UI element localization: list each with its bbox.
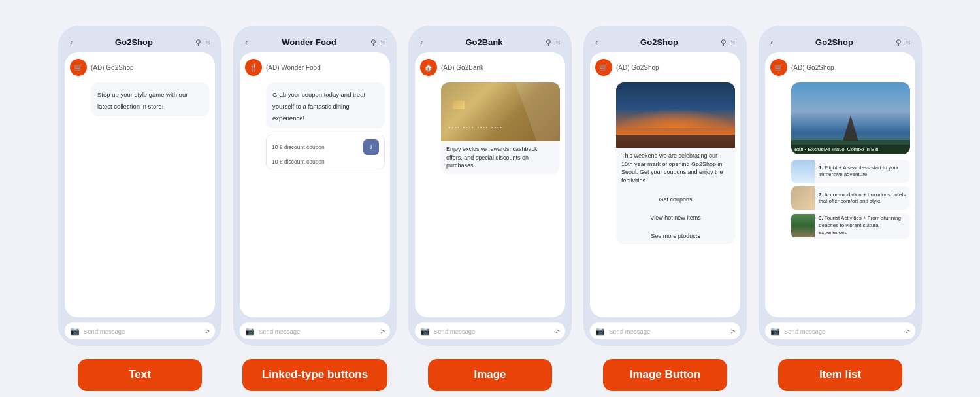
search-icon-5[interactable]: ⚲ [896,38,902,47]
send-icon-5[interactable]: > [906,327,910,335]
message-input-4[interactable]: Send message [609,328,727,335]
phone-header-3: ‹ Go2Bank ⚲ ≡ [415,35,565,52]
search-icon-1[interactable]: ⚲ [195,38,201,47]
phone-body-1: 🛒 (AD) Go2Shop Step up your style game w… [65,52,215,317]
item-text-1: 1. Flight + A seamless start to your imm… [819,163,910,181]
header-icons-2: ⚲ ≡ [370,38,385,47]
message-input-5[interactable]: Send message [784,328,902,335]
menu-icon-5[interactable]: ≡ [906,38,910,47]
item-text-3: 3. Tourist Activities + From stunning be… [819,213,910,238]
phone-footer-4[interactable]: 📷 Send message > [590,322,740,339]
phone-frame-image-button: ‹ Go2Shop ⚲ ≡ 🛒 (AD) Go2Shop [583,26,747,346]
header-icons-4: ⚲ ≡ [721,38,735,47]
item-number-3: 3. [819,215,823,221]
menu-icon-4[interactable]: ≡ [730,38,735,47]
credit-card-image: •••• •••• •••• •••• [441,82,560,141]
item-number-1: 1. [819,165,823,171]
ad-label-3: (AD) Go2Bank [441,64,483,71]
coupon-text-2: 10 € discount coupon [272,158,325,165]
label-button-linked[interactable]: Linked-type buttons [242,359,387,390]
coupon-text-1: 10 € discount coupon [272,144,325,150]
phone-header-5: ‹ Go2Shop ⚲ ≡ [765,35,915,52]
menu-icon-1[interactable]: ≡ [205,38,210,47]
search-icon-2[interactable]: ⚲ [370,38,376,47]
phone-frame-linked: ‹ Wonder Food ⚲ ≡ 🍴 (AD) Wonder Food Gra… [233,26,397,346]
ad-label-5: (AD) Go2Shop [791,64,834,71]
item-text-2: 2. Accommodation + Luxurious hotels that… [819,190,910,208]
header-icons-1: ⚲ ≡ [195,38,210,47]
phone-frame-text: ‹ Go2Shop ⚲ ≡ 🛒 (AD) Go2Shop Step up you… [58,26,221,346]
search-icon-4[interactable]: ⚲ [721,38,727,47]
ad-avatar-3: 🏠 [420,59,437,76]
label-button-image[interactable]: Image [428,359,552,390]
action-btn-4-1[interactable]: View hot new items [616,210,735,226]
image-card-3: •••• •••• •••• •••• Enjoy exclusive rewa… [441,82,560,174]
image-card-text-4: This weekend we are celebrating our 10th… [616,148,735,188]
ad-sender-5: 🛒 (AD) Go2Shop [770,59,910,76]
phone-footer-5[interactable]: 📷 Send message > [765,322,915,339]
message-input-1[interactable]: Send message [84,328,202,335]
phone-body-2: 🍴 (AD) Wonder Food Grab your coupon toda… [240,52,390,317]
chat-text-1: Step up your style game with our latest … [97,91,188,110]
message-input-3[interactable]: Send message [434,328,552,335]
phone-title-3: Go2Bank [423,37,546,47]
coupon-row-1: 10 € discount coupon ⇓ [272,139,379,155]
phone-title-5: Go2Shop [773,37,896,47]
item-list-5: 1. Flight + A seamless start to your imm… [791,160,910,238]
ad-avatar-2: 🍴 [245,59,262,76]
menu-icon-3[interactable]: ≡ [555,38,560,47]
search-icon-3[interactable]: ⚲ [546,38,551,47]
phone-header-1: ‹ Go2Shop ⚲ ≡ [65,35,215,52]
item-title-1: Flight [825,165,838,171]
phone-header-2: ‹ Wonder Food ⚲ ≡ [240,35,390,52]
send-icon-1[interactable]: > [206,327,210,335]
city-image [616,82,735,148]
ad-sender-3: 🏠 (AD) Go2Bank [420,59,560,76]
ad-avatar-1: 🛒 [70,59,87,76]
phone-footer-1[interactable]: 📷 Send message > [65,322,215,339]
menu-icon-2[interactable]: ≡ [380,38,385,47]
phone-column-text: ‹ Go2Shop ⚲ ≡ 🛒 (AD) Go2Shop Step up you… [58,26,221,390]
image-card-text-3: Enjoy exclusive rewards, cashback offers… [441,141,560,174]
item-number-2: 2. [819,192,823,198]
ad-sender-4: 🛒 (AD) Go2Shop [595,59,735,76]
send-icon-2[interactable]: > [381,327,385,335]
camera-icon-2: 📷 [245,326,255,336]
action-btn-4-0[interactable]: Get coupons [616,192,735,207]
cc-chip [453,101,465,109]
camera-icon-1: 📷 [70,326,80,336]
camera-icon-5: 📷 [770,326,780,336]
coupon-card[interactable]: 10 € discount coupon ⇓ 10 € discount cou… [266,135,385,169]
item-thumb-sky [791,160,815,183]
message-input-2[interactable]: Send message [259,328,377,335]
label-button-item-list[interactable]: Item list [778,359,902,390]
phone-body-5: 🛒 (AD) Go2Shop Bali • Exclusive Travel C… [765,52,915,317]
phone-frame-item-list: ‹ Go2Shop ⚲ ≡ 🛒 (AD) Go2Shop Bali • Excl… [759,26,922,346]
action-btn-4-2[interactable]: See more ptoducts [616,228,735,244]
list-item-2[interactable]: 2. Accommodation + Luxurious hotels that… [791,186,910,210]
ad-avatar-4: 🛒 [595,59,612,76]
image-card-4: This weekend we are celebrating our 10th… [616,82,735,243]
phone-footer-2[interactable]: 📷 Send message > [240,322,390,339]
item-thumb-temple [791,214,815,237]
ad-label-1: (AD) Go2Shop [91,64,134,71]
camera-icon-4: 📷 [595,326,605,336]
phone-title-2: Wonder Food [248,37,370,47]
list-item-3[interactable]: 3. Tourist Activities + From stunning be… [791,213,910,238]
phone-body-3: 🏠 (AD) Go2Bank •••• •••• •••• •••• Enjoy… [415,52,565,317]
coupon-download-icon[interactable]: ⇓ [363,139,379,155]
send-icon-4[interactable]: > [731,327,735,335]
bali-caption: Bali • Exclusive Travel Combo in Bali [791,145,910,154]
phone-title-4: Go2Shop [598,37,721,47]
image-card-5: Bali • Exclusive Travel Combo in Bali [791,82,910,154]
image-description-3: Enjoy exclusive rewards, cashback offers… [446,146,538,169]
coupon-row-2: 10 € discount coupon [272,158,379,165]
list-item-1[interactable]: 1. Flight + A seamless start to your imm… [791,160,910,183]
label-button-image-button[interactable]: Image Button [603,359,727,390]
phone-column-image-button: ‹ Go2Shop ⚲ ≡ 🛒 (AD) Go2Shop [583,26,747,390]
label-button-text[interactable]: Text [78,359,202,390]
send-icon-3[interactable]: > [556,327,560,335]
header-icons-3: ⚲ ≡ [546,38,560,47]
phone-column-linked: ‹ Wonder Food ⚲ ≡ 🍴 (AD) Wonder Food Gra… [233,26,397,390]
phone-footer-3[interactable]: 📷 Send message > [415,322,565,339]
